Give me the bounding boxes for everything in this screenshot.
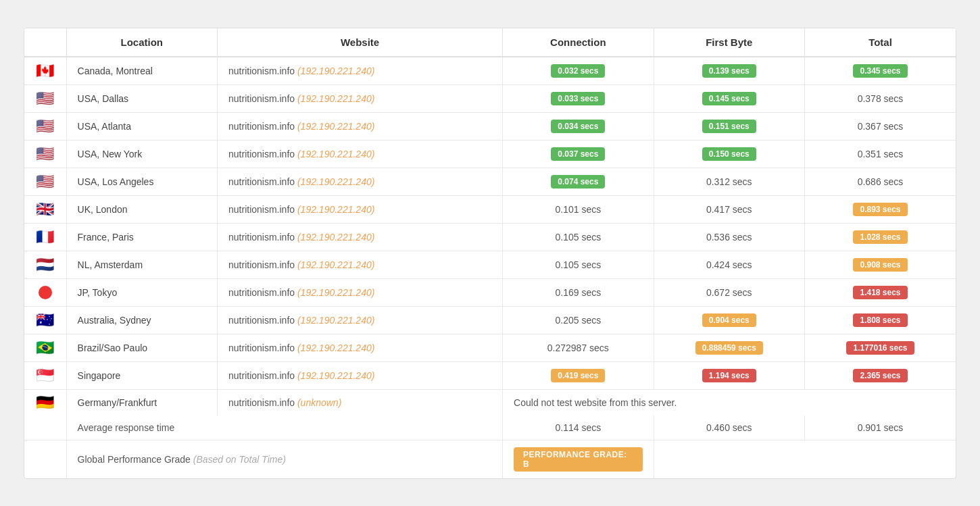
connection-cell: 0.169 secs bbox=[503, 278, 654, 306]
performance-table-container: Location Website Connection First Byte T… bbox=[24, 28, 956, 479]
location-cell: USA, New York bbox=[66, 140, 217, 168]
website-ip: (192.190.221.240) bbox=[297, 149, 374, 159]
connection-cell: 0.272987 secs bbox=[503, 334, 654, 361]
flag-icon: 🇫🇷 bbox=[36, 228, 54, 245]
flag-cell: 🇨🇦 bbox=[24, 57, 66, 85]
total-value: 0.378 secs bbox=[858, 93, 904, 104]
website-url: nutritionism.info bbox=[228, 176, 295, 187]
total-badge: 0.893 secs bbox=[853, 203, 907, 216]
firstbyte-cell: 0.312 secs bbox=[654, 168, 804, 195]
col-header-total: Total bbox=[805, 28, 956, 57]
performance-table: Location Website Connection First Byte T… bbox=[24, 28, 956, 478]
firstbyte-cell: 0.151 secs bbox=[654, 112, 804, 140]
flag-cell: 🇫🇷 bbox=[24, 223, 66, 251]
flag-cell: 🇺🇸 bbox=[24, 168, 66, 195]
grade-badge-cell: PERFORMANCE GRADE: B bbox=[503, 440, 654, 478]
avg-connection-cell: 0.114 secs bbox=[503, 415, 654, 440]
table-row: 🇨🇦Canada, Montrealnutritionism.info (192… bbox=[24, 57, 956, 85]
website-url: nutritionism.info bbox=[228, 204, 295, 215]
connection-value: 0.101 secs bbox=[555, 204, 601, 215]
firstbyte-cell: 0.536 secs bbox=[654, 223, 804, 251]
avg-label-cell: Average response time bbox=[66, 415, 503, 440]
website-cell: nutritionism.info (192.190.221.240) bbox=[218, 112, 503, 140]
firstbyte-value: 0.312 secs bbox=[706, 176, 752, 187]
website-url: nutritionism.info bbox=[228, 121, 295, 132]
firstbyte-cell: 0.672 secs bbox=[654, 278, 804, 306]
avg-flag-cell bbox=[24, 415, 66, 440]
connection-value: 0.105 secs bbox=[555, 259, 601, 270]
firstbyte-value: 0.672 secs bbox=[706, 287, 752, 298]
connection-cell: 0.419 secs bbox=[503, 361, 654, 389]
website-ip: (192.190.221.240) bbox=[297, 232, 374, 243]
connection-badge: 0.419 secs bbox=[551, 369, 605, 382]
total-value: 0.351 secs bbox=[858, 149, 904, 159]
connection-badge: 0.034 secs bbox=[551, 120, 605, 133]
connection-badge: 0.033 secs bbox=[551, 92, 605, 105]
flag-icon: 🇳🇱 bbox=[36, 256, 54, 273]
connection-value: 0.169 secs bbox=[555, 287, 601, 298]
total-badge: 1.028 secs bbox=[853, 230, 907, 244]
website-url: nutritionism.info bbox=[228, 397, 295, 408]
firstbyte-cell: 0.888459 secs bbox=[654, 334, 804, 361]
firstbyte-badge: 0.151 secs bbox=[702, 120, 756, 133]
connection-badge: 0.037 secs bbox=[551, 147, 605, 161]
col-header-connection: Connection bbox=[503, 28, 654, 57]
flag-cell: 🇺🇸 bbox=[24, 112, 66, 140]
website-cell: nutritionism.info (192.190.221.240) bbox=[218, 278, 503, 306]
flag-icon: 🇺🇸 bbox=[36, 118, 54, 134]
grade-flag-cell bbox=[24, 440, 66, 478]
firstbyte-cell: 0.145 secs bbox=[654, 84, 804, 112]
global-label: Global Performance Grade bbox=[78, 454, 191, 465]
total-value: 0.686 secs bbox=[858, 176, 904, 187]
website-url: nutritionism.info bbox=[228, 93, 295, 104]
website-url: nutritionism.info bbox=[228, 259, 295, 270]
website-cell: nutritionism.info (192.190.221.240) bbox=[218, 306, 503, 334]
col-header-website: Website bbox=[218, 28, 503, 57]
firstbyte-badge: 0.888459 secs bbox=[695, 341, 763, 355]
flag-cell: 🇧🇷 bbox=[24, 334, 66, 361]
table-row: 🇳🇱NL, Amsterdamnutritionism.info (192.19… bbox=[24, 251, 956, 278]
total-cell: 0.367 secs bbox=[805, 112, 956, 140]
website-ip: (192.190.221.240) bbox=[297, 93, 374, 104]
total-badge: 0.908 secs bbox=[853, 258, 907, 272]
location-cell: Germany/Frankfurt bbox=[66, 389, 217, 415]
firstbyte-value: 0.424 secs bbox=[706, 259, 752, 270]
connection-value: 0.205 secs bbox=[555, 315, 601, 326]
table-row: 🇺🇸USA, Atlantanutritionism.info (192.190… bbox=[24, 112, 956, 140]
website-ip: (192.190.221.240) bbox=[297, 204, 374, 215]
firstbyte-cell: 0.417 secs bbox=[654, 195, 804, 223]
table-row: 🇩🇪Germany/Frankfurtnutritionism.info (un… bbox=[24, 389, 956, 415]
total-cell: 1.177016 secs bbox=[805, 334, 956, 361]
connection-cell: 0.034 secs bbox=[503, 112, 654, 140]
firstbyte-value: 0.536 secs bbox=[706, 232, 752, 243]
connection-cell: 0.101 secs bbox=[503, 195, 654, 223]
connection-cell: 0.032 secs bbox=[503, 57, 654, 85]
website-url: nutritionism.info bbox=[228, 315, 295, 326]
website-ip: (192.190.221.240) bbox=[297, 343, 374, 353]
firstbyte-badge: 0.139 secs bbox=[702, 64, 756, 78]
flag-cell: 🇦🇺 bbox=[24, 306, 66, 334]
grade-row: Global Performance Grade (Based on Total… bbox=[24, 440, 956, 478]
table-row: 🇺🇸USA, New Yorknutritionism.info (192.19… bbox=[24, 140, 956, 168]
website-url: nutritionism.info bbox=[228, 343, 295, 353]
website-cell: nutritionism.info (192.190.221.240) bbox=[218, 251, 503, 278]
firstbyte-cell: 1.194 secs bbox=[654, 361, 804, 389]
firstbyte-badge: 0.145 secs bbox=[702, 92, 756, 105]
total-cell: 0.908 secs bbox=[805, 251, 956, 278]
website-url: nutritionism.info bbox=[228, 287, 295, 298]
table-row: 🇸🇬Singaporenutritionism.info (192.190.22… bbox=[24, 361, 956, 389]
flag-icon: 🇨🇦 bbox=[36, 62, 54, 79]
firstbyte-cell: 0.150 secs bbox=[654, 140, 804, 168]
total-badge: 1.177016 secs bbox=[846, 341, 914, 355]
website-ip: (192.190.221.240) bbox=[297, 121, 374, 132]
website-url: nutritionism.info bbox=[228, 66, 295, 76]
flag-icon: 🇺🇸 bbox=[36, 145, 54, 162]
japan-flag-dot bbox=[39, 286, 52, 299]
connection-value: 0.105 secs bbox=[555, 232, 601, 243]
website-cell: nutritionism.info (192.190.221.240) bbox=[218, 223, 503, 251]
average-row: Average response time 0.114 secs 0.460 s… bbox=[24, 415, 956, 440]
connection-value: 0.272987 secs bbox=[547, 343, 609, 353]
global-sublabel: (Based on Total Time) bbox=[193, 454, 286, 465]
firstbyte-value: 0.417 secs bbox=[706, 204, 752, 215]
location-cell: USA, Los Angeles bbox=[66, 168, 217, 195]
